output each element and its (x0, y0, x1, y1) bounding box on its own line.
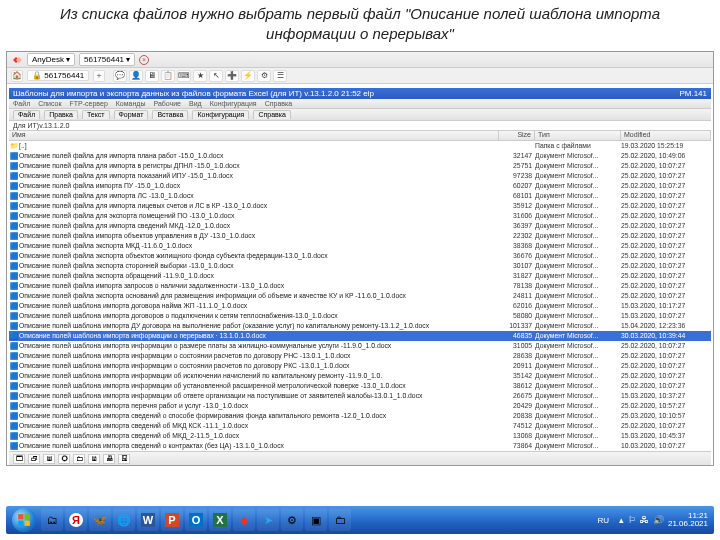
file-row[interactable]: 🟦Описание полей файла для импорта плана … (9, 151, 711, 161)
session-tab[interactable]: 🔒 561756441 (27, 70, 89, 81)
file-row[interactable]: 🟦Описание полей файла экспорта МКД -11.6… (9, 241, 711, 251)
parent-folder-row[interactable]: 📁[..]Папка с файлами19.03.2020 15:25:19 (9, 141, 711, 151)
ql-8[interactable]: 🖫 (118, 454, 130, 464)
file-row[interactable]: 🟦Описание полей файла импорта объектов у… (9, 231, 711, 241)
network-icon[interactable]: 🖧 (640, 515, 649, 525)
menu-Файл[interactable]: Файл (13, 100, 30, 107)
file-row[interactable]: 🟦Описание полей шаблона импорта сведений… (9, 441, 711, 451)
bolt-icon[interactable]: ⚡ (241, 70, 255, 82)
monitor-icon[interactable]: 🖥 (145, 70, 159, 82)
file-row[interactable]: 🟦Описание полей шаблона импорта информац… (9, 381, 711, 391)
menu-Вид[interactable]: Вид (189, 100, 202, 107)
col-name[interactable]: Имя (9, 131, 499, 140)
plus-icon[interactable]: ➕ (225, 70, 239, 82)
tab-Вставка[interactable]: Вставка (152, 110, 188, 119)
file-row[interactable]: 🟦Описание полей файла экспорта обращений… (9, 271, 711, 281)
ql-7[interactable]: 🖶 (103, 454, 115, 464)
file-row[interactable]: 🟦Описание полей файла для импорта лицевы… (9, 201, 711, 211)
user-icon[interactable]: 👤 (129, 70, 143, 82)
ql-4[interactable]: 🞇 (58, 454, 70, 464)
file-row[interactable]: 🟦Описание полей шаблона импорта сведений… (9, 421, 711, 431)
ql-6[interactable]: 🗎 (88, 454, 100, 464)
tab-Правка[interactable]: Правка (44, 110, 78, 119)
remote-screenshot: AnyDesk ▾ 561756441 ▾ × 🏠 🔒 561756441 ＋ … (6, 51, 714, 466)
taskbar-telegram[interactable]: ➤ (257, 509, 279, 531)
tab-Конфигурация[interactable]: Конфигурация (192, 110, 249, 119)
file-row[interactable]: 🟦Описание полей файла для импорта показа… (9, 171, 711, 181)
file-row[interactable]: 🟦Описание полей файла импорта ПУ -15.0_1… (9, 181, 711, 191)
language-indicator[interactable]: RU (597, 516, 609, 525)
taskbar-folder[interactable]: 🗀 (329, 509, 351, 531)
menu-Конфигурация[interactable]: Конфигурация (210, 100, 257, 107)
taskbar-gear[interactable]: ⚙ (281, 509, 303, 531)
ql-1[interactable]: 🗔 (13, 454, 25, 464)
star-icon[interactable]: ★ (193, 70, 207, 82)
file-modified: 25.02.2020, 10:07:27 (621, 241, 711, 250)
session-selector[interactable]: 561756441 ▾ (79, 53, 135, 66)
tab-Формат[interactable]: Формат (114, 110, 149, 119)
file-row[interactable]: 🟦Описание полей шаблона импорта информац… (9, 391, 711, 401)
keyboard-icon[interactable]: ⌨ (177, 70, 191, 82)
taskbar-msn[interactable]: 🦋 (89, 509, 111, 531)
file-row[interactable]: 🟦Описание полей шаблона импорта информац… (9, 331, 711, 341)
file-row[interactable]: 🟦Описание полей шаблона импорта перечня … (9, 401, 711, 411)
menu-Рабочие[interactable]: Рабочие (153, 100, 181, 107)
taskbar-yandex[interactable]: Я (65, 509, 87, 531)
speaker-icon[interactable]: 🔊 (653, 515, 664, 525)
taskbar-explorer[interactable]: 🗂 (41, 509, 63, 531)
ql-5[interactable]: 🗀 (73, 454, 85, 464)
col-modified[interactable]: Modified (621, 131, 711, 140)
close-session-button[interactable]: × (139, 55, 149, 65)
anydesk-dropdown[interactable]: AnyDesk ▾ (27, 53, 75, 66)
col-size[interactable]: Size (499, 131, 535, 140)
file-list[interactable]: 📁[..]Папка с файлами19.03.2020 15:25:19🟦… (9, 141, 711, 451)
menu-Команды[interactable]: Команды (116, 100, 146, 107)
tab-Справка[interactable]: Справка (253, 110, 290, 119)
file-row[interactable]: 🟦Описание полей файла для импорта ЛС -13… (9, 191, 711, 201)
tab-Текст[interactable]: Текст (82, 110, 110, 119)
file-row[interactable]: 🟦Описание полей шаблона импорта договоро… (9, 311, 711, 321)
file-row[interactable]: 🟦Описание полей шаблона импорта сведений… (9, 411, 711, 421)
menu-FTP-сервер[interactable]: FTP-сервер (70, 100, 108, 107)
home-button[interactable]: 🏠 (11, 70, 23, 82)
new-tab-button[interactable]: ＋ (93, 70, 105, 82)
file-row[interactable]: 🟦Описание полей шаблона импорта сведений… (9, 431, 711, 441)
tab-Файл[interactable]: Файл (13, 110, 40, 119)
ql-3[interactable]: 🗏 (43, 454, 55, 464)
taskbar-terminal[interactable]: ▣ (305, 509, 327, 531)
taskbar-ppt[interactable]: P (161, 509, 183, 531)
file-row[interactable]: 🟦Описание полей шаблона импорта информац… (9, 351, 711, 361)
start-button[interactable] (12, 508, 36, 532)
clock[interactable]: 11:21 21.06.2021 (668, 512, 708, 528)
file-row[interactable]: 🟦Описание полей шаблона импорта информац… (9, 371, 711, 381)
file-row[interactable]: 🟦Описание полей файла для импорта сведен… (9, 221, 711, 231)
tray-up-icon[interactable]: ▴ (619, 515, 624, 525)
file-row[interactable]: 🟦Описание полей шаблона импорта ДУ догов… (9, 321, 711, 331)
pointer-icon[interactable]: ↖ (209, 70, 223, 82)
gear-icon[interactable]: ⚙ (257, 70, 271, 82)
path-bar[interactable]: Для ИТ)v.13.1.2.0 (9, 121, 711, 131)
file-row[interactable]: 🟦Описание полей шаблона импорта информац… (9, 341, 711, 351)
file-row[interactable]: 🟦Описание полей шаблона импорта договора… (9, 301, 711, 311)
taskbar-anydesk[interactable]: ◆ (233, 509, 255, 531)
flag-icon[interactable]: ⚐ (628, 515, 636, 525)
menu-Список[interactable]: Список (38, 100, 61, 107)
col-type[interactable]: Тип (535, 131, 621, 140)
taskbar-outlook[interactable]: O (185, 509, 207, 531)
file-row[interactable]: 🟦Описание полей файла для экспорта помещ… (9, 211, 711, 221)
file-row[interactable]: 🟦Описание полей файла для импорта в реги… (9, 161, 711, 171)
file-row[interactable]: 🟦Описание полей шаблона импорта информац… (9, 361, 711, 371)
taskbar-sheets[interactable]: X (209, 509, 231, 531)
menu-icon[interactable]: ☰ (273, 70, 287, 82)
taskbar-chrome[interactable]: 🌐 (113, 509, 135, 531)
menu-Справка[interactable]: Справка (265, 100, 292, 107)
file-row[interactable]: 🟦Описание полей файла экспорта объектов … (9, 251, 711, 261)
file-row[interactable]: 🟦Описание полей файла экспорта сторонней… (9, 261, 711, 271)
file-row[interactable]: 🟦Описание полей файла импорта запросов о… (9, 281, 711, 291)
window-titlebar[interactable]: Шаблоны для импорта и экспорта данных из… (9, 88, 711, 99)
ql-2[interactable]: 🗗 (28, 454, 40, 464)
clipboard-icon[interactable]: 📋 (161, 70, 175, 82)
chat-icon[interactable]: 💬 (113, 70, 127, 82)
taskbar-word[interactable]: W (137, 509, 159, 531)
file-row[interactable]: 🟦Описание полей файла экспорта оснований… (9, 291, 711, 301)
